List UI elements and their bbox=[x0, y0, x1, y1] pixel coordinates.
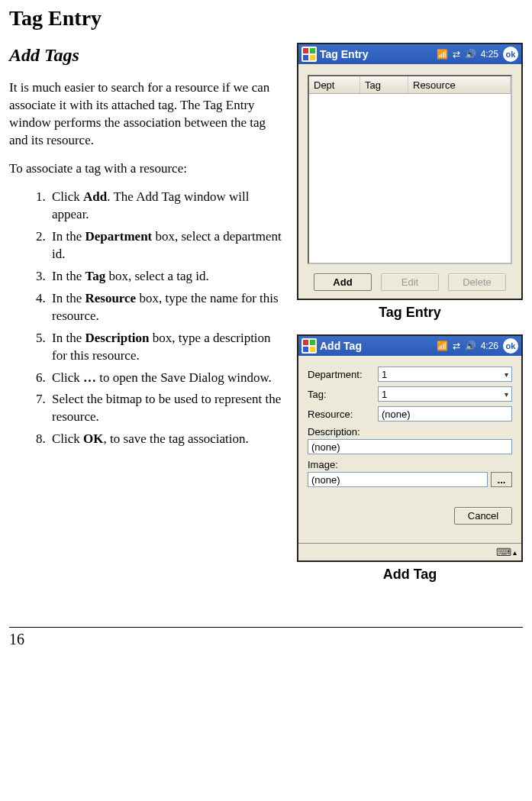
cancel-button[interactable]: Cancel bbox=[454, 507, 512, 525]
step-6: Click … to open the Save Dialog window. bbox=[49, 370, 285, 387]
col-tag[interactable]: Tag bbox=[360, 76, 408, 93]
department-combo[interactable]: 1 bbox=[378, 367, 512, 382]
window-title: Add Tag bbox=[320, 340, 434, 352]
add-tag-caption: Add Tag bbox=[297, 567, 523, 583]
volume-icon: 🔊 bbox=[465, 341, 476, 351]
page-number: 16 bbox=[9, 627, 523, 648]
connectivity-icon: ⇄ bbox=[453, 341, 460, 351]
tag-label: Tag: bbox=[308, 389, 373, 400]
sip-arrow-icon[interactable]: ▴ bbox=[513, 548, 517, 557]
page-title: Tag Entry bbox=[9, 6, 523, 31]
step-4: In the Resource box, type the name for t… bbox=[49, 290, 285, 325]
image-label: Image: bbox=[308, 459, 512, 470]
titlebar: Add Tag 📶 ⇄ 🔊 4:26 ok bbox=[298, 336, 521, 356]
tag-list[interactable]: Dept Tag Resource bbox=[308, 75, 512, 264]
connectivity-icon: ⇄ bbox=[453, 49, 460, 60]
body-text: Add Tags It is much easier to search for… bbox=[9, 43, 285, 596]
ok-button[interactable]: ok bbox=[503, 47, 518, 62]
sip-bar: ⌨ ▴ bbox=[298, 543, 521, 560]
titlebar: Tag Entry 📶 ⇄ 🔊 4:25 ok bbox=[298, 44, 521, 64]
signal-icon: 📶 bbox=[437, 49, 448, 60]
window-title: Tag Entry bbox=[320, 48, 434, 60]
add-tag-window: Add Tag 📶 ⇄ 🔊 4:26 ok Department: 1 Tag:… bbox=[297, 334, 523, 562]
start-icon[interactable] bbox=[301, 338, 317, 354]
browse-button[interactable]: ... bbox=[491, 472, 512, 487]
tag-entry-caption: Tag Entry bbox=[297, 305, 523, 321]
edit-button: Edit bbox=[381, 273, 439, 291]
step-5: In the Description box, type a descripti… bbox=[49, 330, 285, 365]
clock-text: 4:26 bbox=[481, 341, 498, 351]
step-7: Select the bitmap to be used to represen… bbox=[49, 391, 285, 426]
col-resource[interactable]: Resource bbox=[408, 76, 511, 93]
image-input[interactable]: (none) bbox=[308, 472, 488, 487]
tag-combo[interactable]: 1 bbox=[378, 386, 512, 402]
description-input[interactable]: (none) bbox=[308, 439, 512, 454]
add-button[interactable]: Add bbox=[314, 273, 372, 291]
delete-button: Delete bbox=[448, 273, 506, 291]
step-1: Click Add. The Add Tag window will appea… bbox=[49, 189, 285, 224]
description-label: Description: bbox=[308, 426, 512, 438]
start-icon[interactable] bbox=[301, 47, 317, 62]
list-header: Dept Tag Resource bbox=[309, 76, 511, 94]
signal-icon: 📶 bbox=[437, 341, 448, 351]
steps-list: Click Add. The Add Tag window will appea… bbox=[9, 189, 285, 448]
step-2: In the Department box, select a departme… bbox=[49, 228, 285, 263]
department-label: Department: bbox=[308, 369, 373, 380]
section-heading: Add Tags bbox=[9, 43, 285, 67]
intro-paragraph: It is much easier to search for a resour… bbox=[9, 79, 285, 150]
tag-entry-window: Tag Entry 📶 ⇄ 🔊 4:25 ok Dept Tag Resourc… bbox=[297, 43, 523, 300]
volume-icon: 🔊 bbox=[465, 49, 476, 60]
resource-input[interactable]: (none) bbox=[378, 406, 512, 421]
step-3: In the Tag box, select a tag id. bbox=[49, 268, 285, 286]
ok-button[interactable]: ok bbox=[503, 338, 518, 354]
step-8: Click OK, to save the tag association. bbox=[49, 431, 285, 448]
col-dept[interactable]: Dept bbox=[309, 76, 360, 93]
resource-label: Resource: bbox=[308, 409, 373, 420]
lead-paragraph: To associate a tag with a resource: bbox=[9, 160, 285, 178]
keyboard-icon[interactable]: ⌨ bbox=[496, 546, 511, 558]
clock-text: 4:25 bbox=[481, 49, 498, 60]
